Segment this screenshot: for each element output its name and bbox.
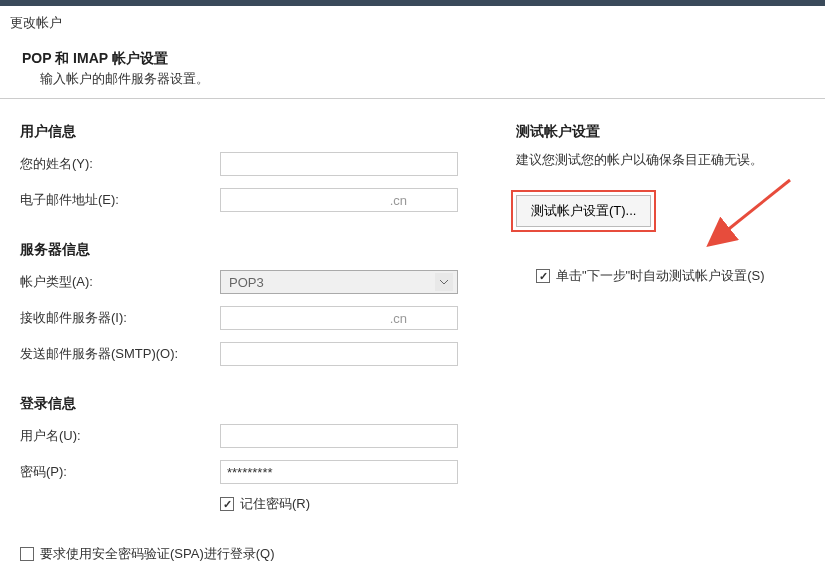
email-label: 电子邮件地址(E): [20,191,220,209]
incoming-server-label: 接收邮件服务器(I): [20,309,220,327]
outgoing-server-label: 发送邮件服务器(SMTP)(O): [20,345,220,363]
window-title: 更改帐户 [10,14,815,32]
remember-password-row[interactable]: 记住密码(R) [20,495,500,513]
test-button-wrapper: 测试帐户设置(T)... [516,195,805,227]
login-info-title: 登录信息 [20,395,500,413]
outgoing-server-input[interactable] [220,342,458,366]
sub-header-desc: 输入帐户的邮件服务器设置。 [22,68,825,88]
test-account-button[interactable]: 测试帐户设置(T)... [516,195,651,227]
incoming-server-row: 接收邮件服务器(I): [20,305,500,331]
outgoing-server-row: 发送邮件服务器(SMTP)(O): [20,341,500,367]
content-area: 用户信息 您的姓名(Y): 电子邮件地址(E): 服务器信息 帐户类型(A): … [0,99,825,573]
account-type-select[interactable]: POP3 [220,270,458,294]
auto-test-row[interactable]: 单击"下一步"时自动测试帐户设置(S) [516,267,805,285]
password-label: 密码(P): [20,463,220,481]
account-type-value: POP3 [229,275,264,290]
sub-header-title: POP 和 IMAP 帐户设置 [22,50,825,68]
user-info-title: 用户信息 [20,123,500,141]
password-row: 密码(P): [20,459,500,485]
spa-auth-label: 要求使用安全密码验证(SPA)进行登录(Q) [40,545,274,563]
auto-test-checkbox[interactable] [536,269,550,283]
your-name-label: 您的姓名(Y): [20,155,220,173]
test-settings-desc: 建议您测试您的帐户以确保条目正确无误。 [516,151,805,169]
password-input[interactable] [220,460,458,484]
spa-auth-row[interactable]: 要求使用安全密码验证(SPA)进行登录(Q) [20,545,500,563]
email-row: 电子邮件地址(E): [20,187,500,213]
chevron-down-icon [435,273,453,291]
email-input[interactable] [220,188,458,212]
incoming-server-input[interactable] [220,306,458,330]
remember-password-checkbox[interactable] [220,497,234,511]
window-header: 更改帐户 [0,6,825,50]
remember-password-label: 记住密码(R) [240,495,310,513]
your-name-input[interactable] [220,152,458,176]
right-column: 测试帐户设置 建议您测试您的帐户以确保条目正确无误。 测试帐户设置(T)... … [500,123,805,573]
username-input[interactable] [220,424,458,448]
username-label: 用户名(U): [20,427,220,445]
your-name-row: 您的姓名(Y): [20,151,500,177]
username-row: 用户名(U): [20,423,500,449]
auto-test-label: 单击"下一步"时自动测试帐户设置(S) [556,267,765,285]
spa-auth-checkbox[interactable] [20,547,34,561]
test-settings-title: 测试帐户设置 [516,123,805,141]
account-type-label: 帐户类型(A): [20,273,220,291]
account-type-row: 帐户类型(A): POP3 [20,269,500,295]
server-info-title: 服务器信息 [20,241,500,259]
left-column: 用户信息 您的姓名(Y): 电子邮件地址(E): 服务器信息 帐户类型(A): … [20,123,500,573]
sub-header: POP 和 IMAP 帐户设置 输入帐户的邮件服务器设置。 [0,50,825,98]
